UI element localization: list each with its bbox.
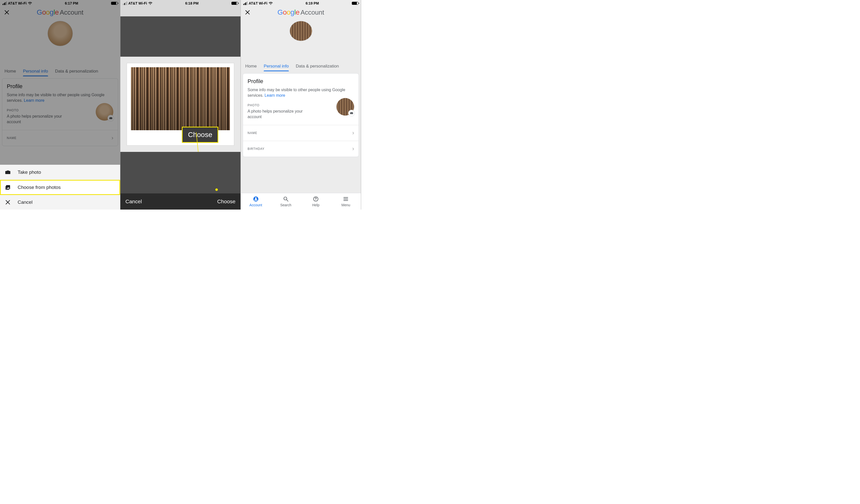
birthday-label: BIRTHDAY bbox=[247, 147, 265, 150]
status-bar: AT&T Wi-Fi 6:19 PM bbox=[241, 0, 361, 6]
clock-label: 6:19 PM bbox=[305, 1, 319, 5]
tabbar-menu[interactable]: Menu bbox=[331, 193, 361, 210]
picker-bottom-bar: Cancel Choose bbox=[120, 193, 241, 210]
photo-preview[interactable]: Choose bbox=[120, 57, 241, 152]
learn-more-link[interactable]: Learn more bbox=[265, 93, 285, 98]
tabbar-account-label: Account bbox=[249, 203, 262, 207]
tabbar-help[interactable]: Help bbox=[301, 193, 331, 210]
tab-home[interactable]: Home bbox=[245, 64, 257, 71]
panel-2-photo-picker: AT&T Wi-Fi 6:18 PM Choose Cancel Choose bbox=[120, 0, 241, 210]
picker-cancel-button[interactable]: Cancel bbox=[125, 199, 142, 204]
camera-icon bbox=[348, 110, 355, 116]
callout-dot bbox=[215, 188, 218, 191]
sheet-cancel[interactable]: Cancel bbox=[0, 195, 120, 210]
status-bar: AT&T Wi-Fi 6:18 PM bbox=[120, 0, 241, 6]
camera-icon bbox=[4, 169, 11, 175]
panel-1-action-sheet: AT&T Wi-Fi 6:17 PM Google Account Home P… bbox=[0, 0, 120, 210]
sheet-take-photo[interactable]: Take photo bbox=[0, 165, 120, 180]
app-title: Google Account bbox=[250, 8, 351, 16]
tabs: Home Personal info Data & personalizatio… bbox=[241, 61, 361, 71]
photo-thumbnail[interactable] bbox=[336, 98, 354, 116]
battery-icon bbox=[231, 2, 238, 5]
photo-action-sheet: Take photo Choose from photos Cancel bbox=[0, 165, 120, 210]
tabbar-search-label: Search bbox=[280, 203, 291, 207]
wifi-icon bbox=[269, 2, 273, 5]
profile-desc-text: Some info may be visible to other people… bbox=[247, 88, 345, 98]
photo-section-desc: A photo helps personalize your account bbox=[247, 109, 313, 119]
sheet-take-photo-label: Take photo bbox=[18, 170, 41, 175]
sheet-grabber-area bbox=[120, 6, 241, 16]
clock-label: 6:18 PM bbox=[185, 1, 198, 5]
photo-frame bbox=[127, 63, 234, 145]
picker-choose-button[interactable]: Choose bbox=[217, 199, 235, 204]
chevron-right-icon: › bbox=[352, 146, 354, 152]
google-logo: Google bbox=[277, 8, 299, 16]
crop-area: Choose bbox=[120, 16, 241, 193]
tab-personal-info[interactable]: Personal info bbox=[264, 64, 289, 71]
selected-photo bbox=[131, 67, 230, 130]
photo-library-icon bbox=[4, 184, 11, 190]
profile-avatar[interactable] bbox=[290, 21, 312, 41]
tabbar-search[interactable]: Search bbox=[271, 193, 301, 210]
sheet-cancel-label: Cancel bbox=[18, 200, 32, 205]
profile-card: Profile Some info may be visible to othe… bbox=[243, 73, 359, 157]
tab-data-personalization[interactable]: Data & personalization bbox=[296, 64, 339, 71]
wifi-icon bbox=[148, 2, 152, 5]
name-label: NAME bbox=[247, 131, 257, 135]
carrier-label: AT&T Wi-Fi bbox=[249, 1, 268, 5]
close-icon[interactable] bbox=[245, 10, 250, 15]
svg-point-2 bbox=[284, 197, 287, 200]
signal-icon bbox=[123, 1, 127, 5]
close-icon bbox=[4, 200, 11, 205]
name-row[interactable]: NAME › bbox=[247, 125, 354, 141]
tabbar-account[interactable]: Account bbox=[241, 193, 271, 210]
birthday-row[interactable]: BIRTHDAY › bbox=[247, 141, 354, 157]
chevron-right-icon: › bbox=[352, 130, 354, 136]
profile-card-title: Profile bbox=[247, 78, 354, 85]
svg-point-1 bbox=[255, 197, 256, 199]
choose-popover[interactable]: Choose bbox=[182, 127, 218, 142]
battery-icon bbox=[352, 2, 358, 5]
signal-icon bbox=[243, 1, 247, 5]
panel-3-result: AT&T Wi-Fi 6:19 PM Google Account Home P… bbox=[241, 0, 361, 210]
toolbar: Google Account bbox=[241, 6, 361, 18]
profile-card-desc: Some info may be visible to other people… bbox=[247, 87, 354, 98]
app-title-suffix: Account bbox=[300, 9, 324, 16]
tabbar-help-label: Help bbox=[312, 203, 319, 207]
sheet-choose-label: Choose from photos bbox=[18, 185, 61, 190]
svg-point-5 bbox=[316, 200, 316, 200]
photo-section-label: PHOTO bbox=[247, 103, 313, 107]
carrier-label: AT&T Wi-Fi bbox=[128, 1, 147, 5]
bottom-tab-bar: Account Search Help Menu bbox=[241, 193, 361, 210]
sheet-choose-from-photos[interactable]: Choose from photos bbox=[0, 180, 120, 195]
avatar-section bbox=[241, 18, 361, 61]
tabbar-menu-label: Menu bbox=[342, 203, 350, 207]
svg-line-3 bbox=[287, 200, 288, 201]
